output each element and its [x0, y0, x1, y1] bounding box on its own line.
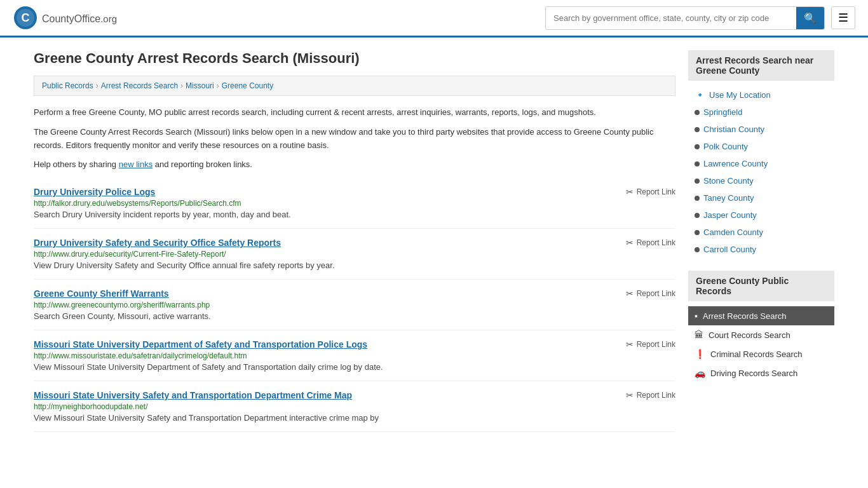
- desc3-pre: Help others by sharing: [34, 159, 119, 169]
- square-icon: ▪: [695, 311, 698, 321]
- nearby-link-8[interactable]: Camden County: [688, 224, 834, 241]
- dot-icon: [695, 179, 700, 184]
- nearby-link-4[interactable]: Lawrence County: [688, 155, 834, 172]
- nearby-link-label: Stone County: [703, 176, 754, 186]
- nearby-link-1[interactable]: Springfield: [688, 104, 834, 121]
- record-url[interactable]: http://myneighborhoodupdate.net/: [34, 402, 675, 411]
- svg-text:C: C: [22, 11, 30, 24]
- report-link-button[interactable]: ✂ Report Link: [626, 288, 675, 299]
- breadcrumb-sep1: ›: [96, 81, 98, 90]
- record-header: Missouri State University Department of …: [34, 339, 675, 349]
- record-item-3: Greene County Sheriff Warrants ✂ Report …: [34, 280, 675, 330]
- sidebar-public-records-title: Greene County Public Records: [688, 271, 834, 301]
- report-link-button[interactable]: ✂ Report Link: [626, 187, 675, 197]
- scissors-icon: ✂: [626, 238, 634, 248]
- breadcrumb-greene-county[interactable]: Greene County: [222, 81, 273, 90]
- breadcrumb-sep2: ›: [180, 81, 183, 90]
- nearby-link-label: Jasper County: [703, 210, 757, 220]
- record-title[interactable]: Drury University Police Logs: [34, 187, 155, 197]
- record-description: View Missouri State University Safety an…: [34, 413, 675, 423]
- header-right: 🔍 ☰: [545, 6, 855, 30]
- report-link-label: Report Link: [637, 391, 675, 400]
- nearby-link-0[interactable]: 🔹Use My Location: [688, 86, 834, 104]
- nearby-link-label: Carroll County: [703, 245, 756, 254]
- nearby-link-label: Christian County: [703, 125, 764, 134]
- record-item-5: Missouri State University Safety and Tra…: [34, 381, 675, 432]
- sidebar-nearby-title: Arrest Records Search near Greene County: [688, 50, 834, 81]
- dot-icon: [695, 213, 700, 218]
- public-records-link-label: Driving Records Search: [710, 369, 797, 378]
- public-records-link-3[interactable]: 🚗Driving Records Search: [688, 363, 834, 383]
- nearby-link-6[interactable]: Taney County: [688, 189, 834, 207]
- record-title[interactable]: Greene County Sheriff Warrants: [34, 288, 169, 299]
- dot-icon: [695, 127, 700, 132]
- public-records-link-1[interactable]: 🏛Court Records Search: [688, 325, 834, 344]
- record-header: Drury University Police Logs ✂ Report Li…: [34, 187, 675, 197]
- dot-icon: [695, 161, 700, 166]
- new-links-link[interactable]: new links: [119, 159, 153, 169]
- record-url[interactable]: http://www.drury.edu/security/Current-Fi…: [34, 250, 675, 259]
- scissors-icon: ✂: [626, 187, 634, 197]
- record-url[interactable]: http://www.greenecountymo.org/sheriff/wa…: [34, 301, 675, 309]
- breadcrumb-sep3: ›: [217, 81, 219, 90]
- logo-area: C CountyOffice.org: [13, 5, 117, 30]
- breadcrumb-missouri[interactable]: Missouri: [186, 81, 214, 90]
- public-records-link-0[interactable]: ▪Arrest Records Search: [688, 306, 834, 325]
- record-title[interactable]: Missouri State University Safety and Tra…: [34, 390, 352, 400]
- dot-icon: [695, 247, 700, 252]
- report-link-button[interactable]: ✂ Report Link: [626, 390, 675, 400]
- nearby-link-9[interactable]: Carroll County: [688, 241, 834, 258]
- sidebar: Arrest Records Search near Greene County…: [688, 50, 834, 432]
- nearby-link-2[interactable]: Christian County: [688, 121, 834, 138]
- report-link-label: Report Link: [637, 289, 675, 298]
- report-link-button[interactable]: ✂ Report Link: [626, 339, 675, 349]
- record-description: View Drury University Safety and Securit…: [34, 261, 675, 270]
- record-header: Missouri State University Safety and Tra…: [34, 390, 675, 400]
- public-records-container: ▪Arrest Records Search🏛Court Records Sea…: [688, 306, 834, 383]
- search-input[interactable]: [546, 8, 796, 28]
- public-records-link-2[interactable]: ❗Criminal Records Search: [688, 344, 834, 363]
- nearby-link-3[interactable]: Polk County: [688, 138, 834, 155]
- logo-brand: CountyOffice: [42, 13, 100, 24]
- main-content: Greene County Arrest Records Search (Mis…: [34, 50, 675, 432]
- record-description: View Missouri State University Departmen…: [34, 362, 675, 372]
- description-1: Perform a free Greene County, MO public …: [34, 106, 675, 119]
- public-records-link-label: Criminal Records Search: [710, 349, 803, 359]
- report-link-button[interactable]: ✂ Report Link: [626, 238, 675, 248]
- exclamation-icon: ❗: [695, 349, 705, 359]
- logo-suffix: .org: [100, 13, 117, 24]
- description-3: Help others by sharing new links and rep…: [34, 158, 675, 172]
- location-pin-icon: 🔹: [695, 90, 705, 100]
- courthouse-icon: 🏛: [695, 330, 703, 340]
- nearby-link-label: Use My Location: [709, 90, 771, 100]
- report-link-label: Report Link: [637, 238, 675, 247]
- desc3-post: and reporting broken links.: [153, 159, 252, 169]
- logo-icon: C: [13, 5, 38, 30]
- record-description: Search Green County, Missouri, active wa…: [34, 311, 675, 321]
- dot-icon: [695, 230, 700, 235]
- nearby-link-7[interactable]: Jasper County: [688, 207, 834, 224]
- breadcrumb-public-records[interactable]: Public Records: [42, 81, 93, 90]
- scissors-icon: ✂: [626, 288, 634, 299]
- sidebar-nearby-section: Arrest Records Search near Greene County…: [688, 50, 834, 258]
- record-title[interactable]: Drury University Safety and Security Off…: [34, 238, 281, 248]
- breadcrumb: Public Records › Arrest Records Search ›…: [34, 76, 675, 96]
- header: C CountyOffice.org 🔍 ☰: [0, 0, 868, 37]
- record-url[interactable]: http://www.missouristate.edu/safetran/da…: [34, 351, 675, 360]
- logo-text: CountyOffice.org: [42, 11, 117, 25]
- public-records-link-label: Court Records Search: [709, 330, 790, 340]
- nearby-link-label: Taney County: [703, 193, 754, 203]
- nearby-links-container: 🔹Use My LocationSpringfieldChristian Cou…: [688, 86, 834, 258]
- page-container: Greene County Arrest Records Search (Mis…: [21, 37, 847, 445]
- description-2: The Greene County Arrest Records Search …: [34, 126, 675, 152]
- record-item-4: Missouri State University Department of …: [34, 330, 675, 381]
- record-title[interactable]: Missouri State University Department of …: [34, 339, 367, 349]
- record-url[interactable]: http://falkor.drury.edu/websystems/Repor…: [34, 199, 675, 208]
- page-title: Greene County Arrest Records Search (Mis…: [34, 50, 675, 67]
- search-button[interactable]: 🔍: [796, 7, 824, 29]
- record-item-1: Drury University Police Logs ✂ Report Li…: [34, 178, 675, 229]
- nearby-link-5[interactable]: Stone County: [688, 172, 834, 189]
- hamburger-button[interactable]: ☰: [831, 6, 855, 29]
- breadcrumb-arrest-records[interactable]: Arrest Records Search: [101, 81, 178, 90]
- car-icon: 🚗: [695, 368, 705, 378]
